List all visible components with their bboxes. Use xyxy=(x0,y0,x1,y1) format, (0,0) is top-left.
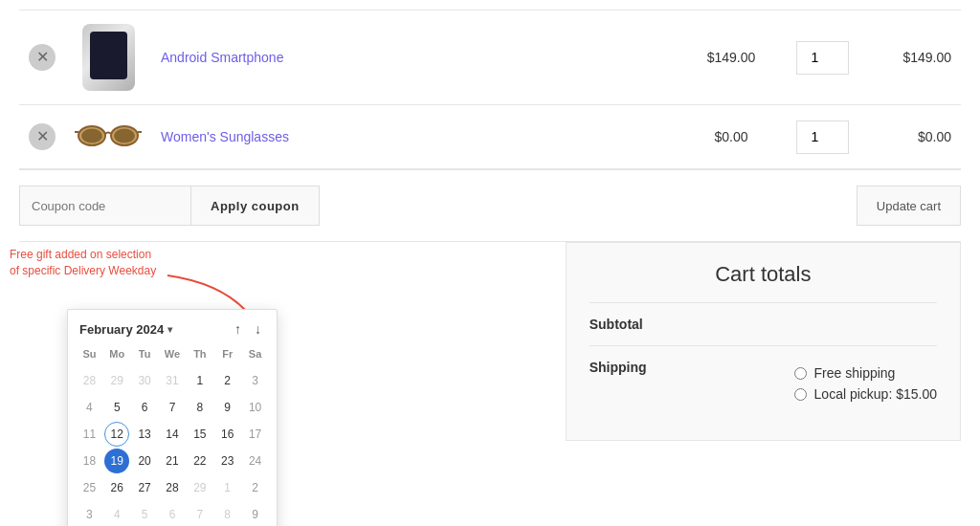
calendar-day[interactable]: 9 xyxy=(243,502,268,526)
calendar-day-headers: Su Mo Tu We Th Fr Sa xyxy=(76,344,269,363)
calendar-day[interactable]: 29 xyxy=(188,475,212,500)
next-month-button[interactable]: ↓ xyxy=(251,319,265,339)
apply-coupon-button[interactable]: Apply coupon xyxy=(191,186,320,226)
calendar-day[interactable]: 21 xyxy=(160,449,185,473)
calendar-day[interactable]: 28 xyxy=(160,475,185,500)
calendar-day[interactable]: 5 xyxy=(104,395,129,420)
cart-table: ✕ Android Smartphone $149.00 $149.00 xyxy=(19,10,961,169)
calendar-day[interactable]: 2 xyxy=(243,475,268,500)
calendar-day[interactable]: 10 xyxy=(243,395,268,420)
table-row: ✕ xyxy=(19,105,961,169)
day-header-fr: Fr xyxy=(213,344,241,363)
line-total: $0.00 xyxy=(918,129,951,144)
day-header-sa: Sa xyxy=(241,344,269,363)
shipping-option: Free shipping xyxy=(794,365,937,381)
calendar-day-today[interactable]: 12 xyxy=(104,422,129,447)
calendar-day[interactable]: 7 xyxy=(160,395,185,420)
calendar-day[interactable]: 11 xyxy=(77,422,101,447)
calendar-day[interactable]: 7 xyxy=(188,502,212,526)
calendar-day[interactable]: 20 xyxy=(132,449,157,473)
product-image xyxy=(82,24,135,91)
calendar-day[interactable]: 13 xyxy=(132,422,157,447)
calendar-title: February 2024 ▾ xyxy=(79,322,172,337)
calendar-day[interactable]: 2 xyxy=(215,368,240,393)
calendar-days: 28 29 30 31 1 2 3 4 5 6 7 8 9 1 xyxy=(76,367,269,526)
line-total: $149.00 xyxy=(902,50,951,65)
left-col: Free gift added on selection of specific… xyxy=(19,242,537,526)
calendar-day[interactable]: 27 xyxy=(132,475,157,500)
calendar-day[interactable]: 16 xyxy=(215,422,240,447)
calendar-day[interactable]: 1 xyxy=(188,368,212,393)
table-row: ✕ Android Smartphone $149.00 $149.00 xyxy=(19,11,961,105)
calendar-day[interactable]: 29 xyxy=(104,368,129,393)
calendar-nav: ↑ ↓ xyxy=(231,319,265,339)
dropdown-arrow-icon: ▾ xyxy=(167,324,172,335)
calendar-day[interactable]: 5 xyxy=(132,502,157,526)
calendar-grid: Su Mo Tu We Th Fr Sa 28 29 30 31 xyxy=(68,344,277,526)
product-link[interactable]: Women's Sunglasses xyxy=(161,129,289,144)
day-header-mo: Mo xyxy=(103,344,131,363)
cart-totals: Cart totals Subtotal Shipping Free shipp… xyxy=(566,242,961,441)
local-pickup-radio[interactable] xyxy=(794,388,807,401)
calendar-day[interactable]: 3 xyxy=(243,368,268,393)
calendar-day[interactable]: 18 xyxy=(77,449,101,473)
calendar-day[interactable]: 25 xyxy=(77,475,101,500)
calendar-popup: February 2024 ▾ ↑ ↓ Su Mo Tu We Th xyxy=(67,309,278,526)
quantity-input[interactable] xyxy=(796,41,849,75)
calendar-day[interactable]: 15 xyxy=(188,422,212,447)
calendar-day-selected[interactable]: 19 xyxy=(104,449,129,473)
day-header-we: We xyxy=(159,344,187,363)
svg-point-3 xyxy=(114,129,135,143)
calendar-day[interactable]: 6 xyxy=(132,395,157,420)
calendar-day[interactable]: 9 xyxy=(215,395,240,420)
right-col: Cart totals Subtotal Shipping Free shipp… xyxy=(566,242,961,526)
page-wrapper: ✕ Android Smartphone $149.00 $149.00 xyxy=(0,0,980,526)
day-header-su: Su xyxy=(76,344,103,363)
free-gift-note: Free gift added on selection of specific… xyxy=(10,247,163,279)
calendar-day[interactable]: 8 xyxy=(215,502,240,526)
close-icon: ✕ xyxy=(36,50,49,65)
shipping-row: Shipping Free shipping Local pickup: $15… xyxy=(590,345,937,421)
close-icon: ✕ xyxy=(36,129,49,144)
free-shipping-radio[interactable] xyxy=(794,367,807,380)
calendar-day[interactable]: 8 xyxy=(188,395,212,420)
update-cart-button[interactable]: Update cart xyxy=(857,186,961,226)
quantity-input[interactable] xyxy=(796,121,849,154)
calendar-day[interactable]: 31 xyxy=(160,368,185,393)
local-pickup-label: Local pickup: $15.00 xyxy=(814,386,937,402)
calendar-day[interactable]: 22 xyxy=(188,449,212,473)
product-link[interactable]: Android Smartphone xyxy=(161,50,283,65)
product-image xyxy=(75,119,142,152)
calendar-day[interactable]: 4 xyxy=(104,502,129,526)
prev-month-button[interactable]: ↑ xyxy=(231,319,245,339)
calendar-day[interactable]: 14 xyxy=(160,422,185,447)
calendar-day[interactable]: 6 xyxy=(160,502,185,526)
calendar-day[interactable]: 17 xyxy=(243,422,268,447)
calendar-day[interactable]: 28 xyxy=(77,368,101,393)
remove-item-button[interactable]: ✕ xyxy=(29,123,56,150)
svg-point-1 xyxy=(81,129,102,143)
free-shipping-label: Free shipping xyxy=(814,365,896,381)
calendar-day[interactable]: 1 xyxy=(215,475,240,500)
subtotal-label: Subtotal xyxy=(590,317,643,332)
calendar-day[interactable]: 4 xyxy=(77,395,101,420)
coupon-input[interactable] xyxy=(19,186,191,226)
bottom-section: Free gift added on selection of specific… xyxy=(19,242,961,526)
coupon-row: Apply coupon Update cart xyxy=(19,169,961,242)
calendar-day[interactable]: 30 xyxy=(132,368,157,393)
cart-totals-title: Cart totals xyxy=(590,262,937,287)
remove-item-button[interactable]: ✕ xyxy=(29,44,56,71)
shipping-options: Free shipping Local pickup: $15.00 xyxy=(794,360,937,407)
shipping-option: Local pickup: $15.00 xyxy=(794,386,937,402)
calendar-day[interactable]: 23 xyxy=(215,449,240,473)
subtotal-row: Subtotal xyxy=(590,302,937,345)
calendar-header: February 2024 ▾ ↑ ↓ xyxy=(68,310,277,344)
product-price: $149.00 xyxy=(707,50,756,65)
product-price: $0.00 xyxy=(714,129,747,144)
day-header-tu: Tu xyxy=(131,344,159,363)
calendar-day[interactable]: 3 xyxy=(77,502,101,526)
calendar-day[interactable]: 26 xyxy=(104,475,129,500)
calendar-day[interactable]: 24 xyxy=(243,449,268,473)
shipping-label: Shipping xyxy=(590,360,647,407)
day-header-th: Th xyxy=(186,344,213,363)
